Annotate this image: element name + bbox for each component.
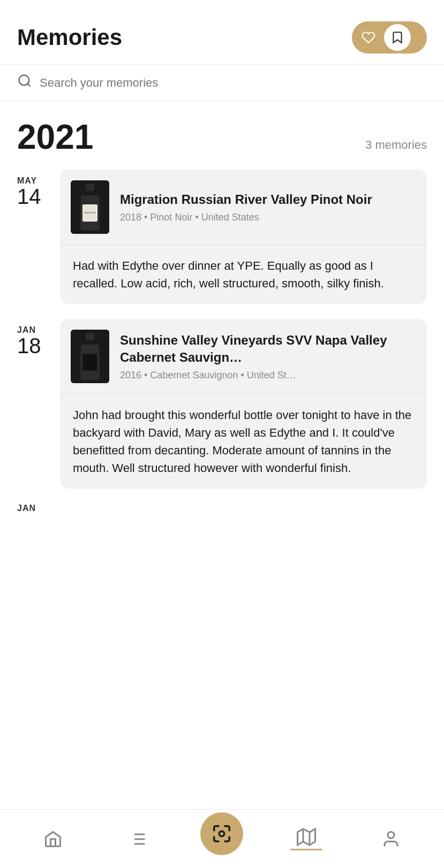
memory-note-jan: John had brought this wonderful bottle o… — [60, 394, 427, 489]
entry-day: 14 — [17, 186, 60, 207]
wine-info-row: MIGRATION Migration Russian River Valley… — [60, 170, 427, 245]
memory-entry-jan18[interactable]: JAN 18 Sunshine Valley Vineyards SVV Nap… — [17, 319, 427, 489]
wine-details-jan: Sunshine Valley Vineyards SVV Napa Valle… — [120, 332, 416, 380]
memory-note: Had with Edythe over dinner at YPE. Equa… — [60, 245, 427, 304]
search-bar — [0, 64, 444, 101]
year-label: 2021 — [17, 117, 93, 157]
partial-month-label: JAN — [17, 504, 60, 513]
svg-line-1 — [27, 83, 30, 86]
memory-card-jan18[interactable]: Sunshine Valley Vineyards SVV Napa Valle… — [60, 319, 427, 489]
memory-count: 3 memories — [365, 138, 427, 152]
page-header: Memories — [0, 0, 444, 64]
wine-bottle-image-jan — [71, 330, 109, 383]
svg-rect-10 — [84, 355, 96, 370]
date-col: MAY 14 — [17, 170, 60, 304]
memory-entry-may14[interactable]: MAY 14 MIGRATION — [17, 170, 427, 304]
bookmark-toggle-icon[interactable] — [384, 24, 411, 51]
nav-home[interactable] — [32, 829, 74, 849]
svg-rect-3 — [86, 184, 94, 191]
svg-marker-18 — [298, 829, 315, 845]
date-col-jan: JAN 18 — [17, 319, 60, 489]
wine-info-row-jan: Sunshine Valley Vineyards SVV Napa Valle… — [60, 319, 427, 394]
svg-text:MIGRATION: MIGRATION — [84, 211, 96, 214]
svg-point-17 — [220, 831, 225, 836]
svg-rect-8 — [86, 333, 94, 340]
entry-day-jan: 18 — [17, 335, 60, 356]
nav-profile[interactable] — [370, 829, 412, 849]
page-title: Memories — [17, 25, 122, 50]
nav-map[interactable] — [285, 827, 328, 850]
wine-meta-jan: 2016 • Cabernet Sauvignon • United St… — [120, 370, 416, 381]
svg-point-0 — [19, 75, 29, 86]
year-header: 2021 3 memories — [17, 117, 427, 157]
wine-details: Migration Russian River Valley Pinot Noi… — [120, 191, 416, 223]
wine-meta: 2018 • Pinot Noir • United States — [120, 212, 416, 223]
nav-active-indicator — [290, 849, 322, 850]
search-input[interactable] — [40, 76, 427, 90]
bottom-navigation — [0, 809, 444, 868]
wine-name-jan: Sunshine Valley Vineyards SVV Napa Valle… — [120, 332, 416, 365]
search-icon — [17, 73, 32, 92]
wine-bottle-image: MIGRATION — [71, 180, 109, 234]
wine-name: Migration Russian River Valley Pinot Noi… — [120, 191, 416, 208]
view-toggle[interactable] — [352, 21, 427, 54]
nav-scan-button[interactable] — [200, 812, 243, 855]
nav-list[interactable] — [116, 829, 159, 849]
memory-card-may14[interactable]: MIGRATION Migration Russian River Valley… — [60, 170, 427, 304]
heart-toggle-icon[interactable] — [355, 24, 382, 51]
year-section-2021: 2021 3 memories MAY 14 MIGRAT — [0, 101, 444, 577]
svg-point-21 — [388, 832, 394, 838]
